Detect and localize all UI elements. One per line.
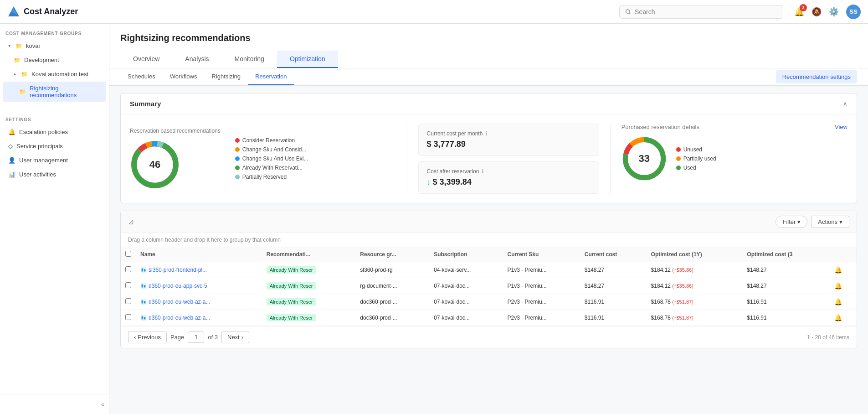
page-title: Rightsizing recommendations [120, 33, 857, 43]
resource-link[interactable]: d360-prod-eu-web-az-a... [140, 315, 257, 321]
tab-analysis[interactable]: Analysis [172, 51, 221, 68]
donut1-legend: Consider Reservation Change Sku And Cons… [235, 137, 308, 180]
row-bell-icon[interactable]: 🔔 [834, 282, 842, 290]
previous-button[interactable]: ‹ Previous [128, 331, 167, 343]
select-all-checkbox[interactable] [125, 251, 131, 257]
svg-line-3 [629, 13, 631, 14]
row-recommendation: Already With Reser [262, 262, 356, 278]
recommendation-badge: Already With Reser [267, 266, 316, 274]
logo-icon [7, 5, 20, 18]
sidebar-item-development[interactable]: 📁 Development [3, 53, 106, 67]
resource-link[interactable]: d360-prod-eu-web-az-a... [140, 299, 257, 305]
tab-workflows[interactable]: Workflows [163, 68, 205, 85]
tab-optimization[interactable]: Optimization [277, 51, 338, 68]
legend-unused: Unused [683, 146, 702, 153]
donut1-section: Reservation based recommendations Reserv… [130, 124, 401, 194]
cost-increase-badge: (↑$51.87) [672, 299, 693, 305]
row-bell-icon[interactable]: 🔔 [834, 298, 842, 305]
cost-increase-badge: (↑$35.86) [672, 283, 693, 289]
resource-link[interactable]: sl360-prod-frontend-pl... [140, 267, 257, 273]
th-recommendation: Recommendati... [262, 247, 356, 262]
sidebar-item-label: Service principals [16, 143, 63, 150]
table-toolbar: ⊿ Filter ▾ Actions ▾ [121, 211, 857, 233]
purchased-header: Purchased reservation details View [621, 124, 847, 130]
row-checkbox[interactable] [125, 266, 131, 272]
row-bell-icon[interactable]: 🔔 [834, 266, 842, 274]
sidebar-item-service-principals[interactable]: ◇ Service principals [3, 140, 106, 153]
tab-monitoring[interactable]: Monitoring [222, 51, 277, 68]
row-checkbox-cell [121, 310, 136, 326]
data-table: Name Recommendati... Resource gr... Subs… [121, 247, 857, 326]
legend-item-change-sku-consid: Change Sku And Consid... [242, 146, 307, 153]
settings-button[interactable]: ⚙️ [829, 7, 839, 17]
filter-actions: Filter ▾ Actions ▾ [776, 216, 849, 228]
next-button[interactable]: Next › [221, 331, 249, 343]
sidebar-item-user-management[interactable]: 👤 User management [3, 154, 106, 167]
svg-rect-20 [144, 301, 146, 303]
legend-item-consider: Consider Reservation [242, 137, 295, 144]
folder-icon: 📁 [15, 43, 22, 49]
sidebar-collapse-button[interactable]: « [0, 398, 109, 410]
row-optimized-1y: $184.12 (↑$35.86) [647, 278, 743, 294]
svg-rect-17 [144, 285, 146, 287]
recommendation-badge: Already With Reser [267, 298, 316, 305]
search-input[interactable] [635, 8, 777, 16]
row-resource-group: doc360-prod-... [355, 294, 429, 310]
row-checkbox[interactable] [125, 282, 131, 288]
filter-button[interactable]: Filter ▾ [776, 216, 807, 228]
tab-rightsizing[interactable]: Rightsizing [204, 68, 248, 85]
row-checkbox[interactable] [125, 298, 131, 304]
row-optimized-1y: $168.78 (↑$51.87) [647, 294, 743, 310]
actions-button[interactable]: Actions ▾ [811, 216, 849, 228]
drag-hint: Drag a column header and drop it here to… [121, 233, 857, 247]
user-icon: 👤 [8, 157, 15, 164]
pagination-row: ‹ Previous Page of 3 Next › 1 - 20 of 46… [121, 326, 857, 348]
resource-link[interactable]: d360-prod-eu-app-svc-5 [140, 283, 257, 289]
tab-schedules[interactable]: Schedules [120, 68, 163, 85]
row-optimized-3: $148.27 [742, 262, 830, 278]
alert-button[interactable]: 🔕 [812, 7, 822, 17]
sidebar-item-kovai-automation[interactable]: ▸ 📁 Kovai automation test [3, 67, 106, 81]
sidebar-item-label: kovai [26, 42, 40, 49]
page-label: Page [170, 334, 184, 341]
next-icon: › [241, 334, 243, 341]
sidebar-item-user-activities[interactable]: 📊 User activities [3, 168, 106, 181]
diamond-icon: ◇ [8, 143, 13, 150]
sidebar-item-kovai[interactable]: ▾ 📁 kovai [3, 39, 106, 52]
view-link[interactable]: View [835, 124, 847, 130]
pagination-left: ‹ Previous Page of 3 Next › [128, 331, 249, 343]
row-checkbox[interactable] [125, 314, 131, 320]
table-row: d360-prod-eu-web-az-a... Already With Re… [121, 294, 857, 310]
row-optimized-3: $116.91 [742, 294, 830, 310]
info-icon2[interactable]: ℹ [482, 168, 484, 175]
svg-rect-19 [142, 300, 144, 304]
row-resource-group: sl360-prod-rg [355, 262, 429, 278]
purchased-section: Purchased reservation details View [616, 124, 847, 194]
page-number-input[interactable] [188, 331, 204, 343]
row-current-sku: P2v3 - Premiu... [503, 310, 580, 326]
cost-after-label: Cost after reservation ℹ [427, 168, 591, 175]
summary-collapse-icon[interactable]: ∧ [843, 100, 847, 107]
donut1-chart: 46 [130, 140, 180, 190]
sidebar-item-rightsizing[interactable]: 📁 Rightsizing recommendations [3, 82, 106, 102]
svg-rect-13 [142, 269, 144, 272]
activity-icon: 📊 [8, 171, 15, 178]
search-box[interactable] [619, 5, 783, 19]
recommendation-settings-button[interactable]: Recommendation settings [776, 70, 857, 83]
row-bell-icon[interactable]: 🔔 [834, 314, 842, 321]
notifications-button[interactable]: 🔔 3 [794, 7, 804, 17]
tab-overview[interactable]: Overview [120, 51, 172, 68]
info-icon[interactable]: ℹ [485, 130, 488, 137]
gear-icon: ⚙️ [829, 7, 839, 16]
tab-reservation[interactable]: Reservation [248, 68, 294, 85]
row-current-sku: P1v3 - Premiu... [503, 278, 580, 294]
content: Rightsizing recommendations Overview Ana… [109, 24, 868, 414]
page-of-label: of 3 [208, 334, 218, 341]
row-bell-cell: 🔔 [830, 310, 857, 326]
sidebar-item-label: User activities [19, 171, 56, 178]
avatar[interactable]: SS [846, 5, 861, 19]
row-optimized-1y: $184.12 (↑$35.86) [647, 262, 743, 278]
bell-settings-icon: 🔔 [8, 129, 15, 135]
purchased-title: Purchased reservation details [621, 124, 699, 130]
sidebar-item-escalation[interactable]: 🔔 Escalation policies [3, 125, 106, 139]
